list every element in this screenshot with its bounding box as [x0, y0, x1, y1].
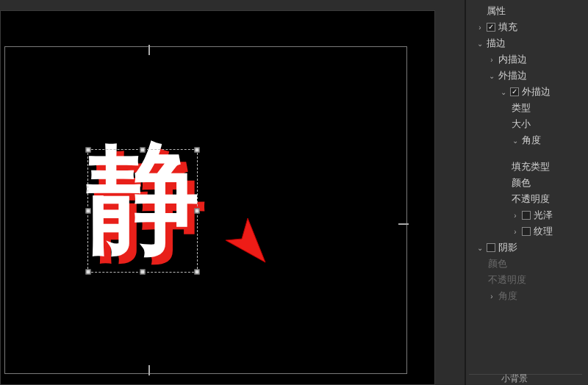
gloss-label: 光泽	[534, 209, 553, 222]
panel-footer-label: 小背景	[501, 373, 528, 385]
shadow-opacity-row: 不透明度	[469, 272, 584, 288]
shadow-color-label: 颜色	[488, 257, 507, 270]
color-row[interactable]: 颜色	[469, 175, 584, 191]
size-row[interactable]: 大小	[469, 116, 584, 132]
size-label: 大小	[512, 118, 531, 131]
composition-area[interactable]: 静 静	[0, 10, 435, 385]
caret-expanded-icon[interactable]: ⌄	[488, 72, 495, 80]
caret-collapsed-icon[interactable]: ›	[512, 228, 519, 236]
angle-row[interactable]: ⌄ 角度	[469, 132, 584, 148]
guide-tick-top	[148, 45, 150, 55]
fill-row[interactable]: › 填充	[469, 19, 584, 35]
fill-label: 填充	[498, 21, 517, 34]
outer-stroke-label: 外描边	[498, 69, 527, 82]
caret-expanded-icon[interactable]: ⌄	[500, 88, 507, 96]
guide-tick-bottom	[148, 365, 150, 375]
caret-expanded-icon[interactable]: ⌄	[512, 137, 519, 145]
shadow-angle-label: 角度	[498, 289, 517, 303]
glyph-main: 静	[87, 138, 195, 259]
text-layer[interactable]: 静 静	[87, 138, 198, 270]
fill-checkbox[interactable]	[487, 23, 495, 32]
guide-tick-right	[398, 223, 409, 225]
outer-stroke-row[interactable]: ⌄ 外描边	[469, 68, 584, 84]
stroke-label: 描边	[487, 37, 506, 50]
outer-stroke-checkbox[interactable]	[510, 87, 519, 96]
outer-stroke-item-label: 外描边	[522, 85, 551, 98]
type-label: 类型	[512, 101, 531, 115]
shadow-color-row: 颜色	[469, 256, 584, 272]
inner-stroke-label: 内描边	[498, 53, 527, 66]
texture-row[interactable]: › 纹理	[469, 223, 584, 240]
fill-type-label: 填充类型	[512, 160, 550, 173]
caret-collapsed-icon[interactable]: ›	[512, 212, 519, 220]
stroke-row[interactable]: ⌄ 描边	[469, 35, 584, 51]
shadow-opacity-label: 不透明度	[488, 273, 526, 287]
caret-expanded-icon[interactable]: ⌄	[476, 40, 484, 48]
texture-label: 纹理	[534, 225, 553, 238]
outer-stroke-item-row[interactable]: ⌄ 外描边	[469, 84, 584, 100]
type-row[interactable]: 类型	[469, 100, 584, 116]
svg-marker-0	[226, 218, 265, 262]
texture-checkbox[interactable]	[522, 227, 531, 236]
annotation-cursor-icon	[221, 215, 280, 274]
caret-expanded-icon[interactable]: ⌄	[476, 244, 484, 252]
properties-panel: ▾ 属性 › 填充 ⌄ 描边 › 内描边 ⌄ 外描边 ⌄ 外描边 类型 大小 ⌄…	[465, 0, 588, 385]
shadow-label: 阴影	[498, 241, 517, 254]
gloss-row[interactable]: › 光泽	[469, 207, 584, 223]
angle-label: 角度	[522, 134, 541, 147]
shadow-row[interactable]: ⌄ 阴影	[469, 240, 584, 256]
properties-header[interactable]: ▾ 属性	[469, 3, 584, 19]
caret-collapsed-icon[interactable]: ›	[488, 56, 495, 64]
caret-collapsed-icon[interactable]: ›	[476, 24, 484, 32]
properties-label: 属性	[487, 4, 506, 18]
opacity-row[interactable]: 不透明度	[469, 191, 584, 207]
inner-stroke-row[interactable]: › 内描边	[469, 51, 584, 68]
shadow-checkbox[interactable]	[487, 243, 495, 252]
gloss-checkbox[interactable]	[522, 211, 531, 220]
safe-area-guide	[4, 46, 407, 374]
spacer	[469, 148, 584, 159]
opacity-label: 不透明度	[512, 192, 550, 206]
caret-collapsed-icon: ›	[488, 292, 495, 301]
canvas-viewport[interactable]: 静 静	[0, 0, 465, 385]
shadow-angle-row: › 角度	[469, 288, 584, 304]
color-label: 颜色	[512, 176, 531, 190]
fill-type-row[interactable]: 填充类型	[469, 159, 584, 175]
